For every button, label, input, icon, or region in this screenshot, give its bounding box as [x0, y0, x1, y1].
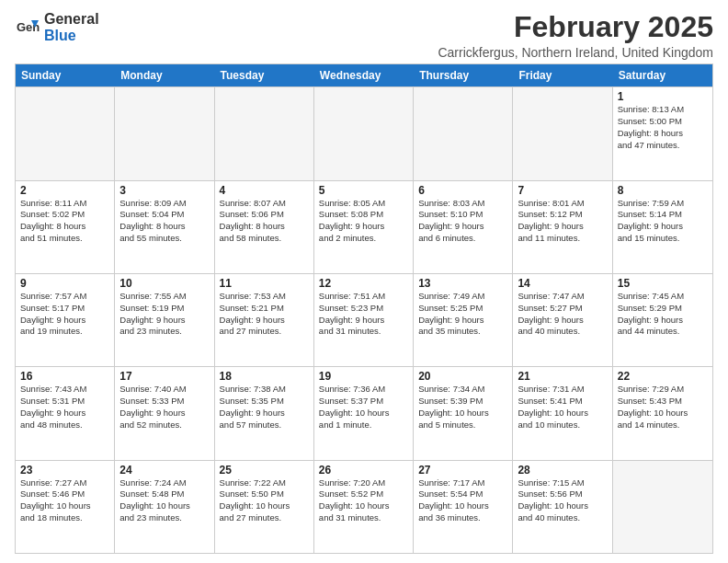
calendar-header: SundayMondayTuesdayWednesdayThursdayFrid…	[16, 64, 712, 86]
calendar-row-0: 1Sunrise: 8:13 AM Sunset: 5:00 PM Daylig…	[16, 86, 712, 179]
calendar-row-3: 16Sunrise: 7:43 AM Sunset: 5:31 PM Dayli…	[16, 366, 712, 459]
month-title: February 2025	[438, 11, 713, 43]
day-number: 3	[119, 184, 209, 197]
calendar-cell: 7Sunrise: 8:01 AM Sunset: 5:12 PM Daylig…	[513, 181, 612, 273]
logo-blue: Blue	[44, 28, 99, 44]
header-day-wednesday: Wednesday	[314, 64, 414, 86]
day-info: Sunrise: 7:47 AM Sunset: 5:27 PM Dayligh…	[518, 291, 607, 338]
day-info: Sunrise: 7:43 AM Sunset: 5:31 PM Dayligh…	[20, 384, 109, 431]
header-day-saturday: Saturday	[613, 64, 712, 86]
header-day-thursday: Thursday	[414, 64, 513, 86]
day-number: 7	[518, 184, 607, 197]
calendar: SundayMondayTuesdayWednesdayThursdayFrid…	[15, 63, 713, 554]
day-info: Sunrise: 7:57 AM Sunset: 5:17 PM Dayligh…	[20, 291, 109, 338]
calendar-cell	[414, 87, 513, 179]
day-info: Sunrise: 8:05 AM Sunset: 5:08 PM Dayligh…	[319, 198, 408, 245]
calendar-cell: 4Sunrise: 8:07 AM Sunset: 5:06 PM Daylig…	[215, 181, 314, 273]
title-block: February 2025 Carrickfergus, Northern Ir…	[438, 11, 713, 60]
day-number: 13	[418, 277, 507, 290]
calendar-cell: 21Sunrise: 7:31 AM Sunset: 5:41 PM Dayli…	[513, 367, 612, 459]
day-number: 16	[20, 370, 109, 383]
day-info: Sunrise: 7:59 AM Sunset: 5:14 PM Dayligh…	[618, 198, 708, 245]
calendar-cell	[513, 87, 612, 179]
day-info: Sunrise: 7:17 AM Sunset: 5:54 PM Dayligh…	[418, 477, 507, 524]
header-day-monday: Monday	[115, 64, 214, 86]
day-info: Sunrise: 7:45 AM Sunset: 5:29 PM Dayligh…	[618, 291, 708, 338]
day-info: Sunrise: 8:13 AM Sunset: 5:00 PM Dayligh…	[618, 104, 708, 151]
day-number: 11	[220, 277, 309, 290]
day-info: Sunrise: 8:07 AM Sunset: 5:06 PM Dayligh…	[220, 198, 309, 245]
day-number: 4	[220, 184, 309, 197]
day-number: 21	[518, 370, 607, 383]
calendar-cell	[314, 87, 414, 179]
day-number: 26	[319, 464, 408, 477]
calendar-cell: 26Sunrise: 7:20 AM Sunset: 5:52 PM Dayli…	[314, 461, 414, 553]
logo-general: General	[44, 11, 99, 28]
day-info: Sunrise: 7:49 AM Sunset: 5:25 PM Dayligh…	[418, 291, 507, 338]
day-number: 6	[418, 184, 507, 197]
logo-text: General Blue	[44, 11, 99, 43]
calendar-cell: 3Sunrise: 8:09 AM Sunset: 5:04 PM Daylig…	[115, 181, 214, 273]
day-number: 24	[119, 464, 209, 477]
day-info: Sunrise: 7:27 AM Sunset: 5:46 PM Dayligh…	[20, 477, 109, 524]
day-info: Sunrise: 7:53 AM Sunset: 5:21 PM Dayligh…	[220, 291, 309, 338]
day-number: 12	[319, 277, 408, 290]
day-number: 15	[618, 277, 708, 290]
calendar-cell	[215, 87, 314, 179]
day-info: Sunrise: 7:31 AM Sunset: 5:41 PM Dayligh…	[518, 384, 607, 431]
day-info: Sunrise: 7:20 AM Sunset: 5:52 PM Dayligh…	[319, 477, 408, 524]
day-number: 17	[119, 370, 209, 383]
day-info: Sunrise: 8:03 AM Sunset: 5:10 PM Dayligh…	[418, 198, 507, 245]
day-info: Sunrise: 8:09 AM Sunset: 5:04 PM Dayligh…	[119, 198, 209, 245]
calendar-cell: 5Sunrise: 8:05 AM Sunset: 5:08 PM Daylig…	[314, 181, 414, 273]
calendar-cell: 20Sunrise: 7:34 AM Sunset: 5:39 PM Dayli…	[414, 367, 513, 459]
day-number: 9	[20, 277, 109, 290]
calendar-cell: 18Sunrise: 7:38 AM Sunset: 5:35 PM Dayli…	[215, 367, 314, 459]
calendar-cell: 23Sunrise: 7:27 AM Sunset: 5:46 PM Dayli…	[16, 461, 115, 553]
page: Gen General Blue February 2025 Carrickfe…	[0, 0, 728, 563]
calendar-cell: 13Sunrise: 7:49 AM Sunset: 5:25 PM Dayli…	[414, 274, 513, 366]
calendar-cell: 6Sunrise: 8:03 AM Sunset: 5:10 PM Daylig…	[414, 181, 513, 273]
calendar-cell	[115, 87, 214, 179]
day-info: Sunrise: 7:51 AM Sunset: 5:23 PM Dayligh…	[319, 291, 408, 338]
calendar-cell: 15Sunrise: 7:45 AM Sunset: 5:29 PM Dayli…	[613, 274, 712, 366]
day-number: 20	[418, 370, 507, 383]
day-info: Sunrise: 7:15 AM Sunset: 5:56 PM Dayligh…	[518, 477, 607, 524]
calendar-cell: 10Sunrise: 7:55 AM Sunset: 5:19 PM Dayli…	[115, 274, 214, 366]
day-info: Sunrise: 8:11 AM Sunset: 5:02 PM Dayligh…	[20, 198, 109, 245]
day-number: 25	[220, 464, 309, 477]
day-number: 22	[618, 370, 708, 383]
day-number: 10	[119, 277, 209, 290]
header: Gen General Blue February 2025 Carrickfe…	[15, 11, 713, 60]
calendar-row-1: 2Sunrise: 8:11 AM Sunset: 5:02 PM Daylig…	[16, 180, 712, 273]
day-number: 28	[518, 464, 607, 477]
calendar-body: 1Sunrise: 8:13 AM Sunset: 5:00 PM Daylig…	[16, 86, 712, 553]
day-info: Sunrise: 7:55 AM Sunset: 5:19 PM Dayligh…	[119, 291, 209, 338]
header-day-sunday: Sunday	[16, 64, 115, 86]
calendar-cell	[613, 461, 712, 553]
calendar-cell: 1Sunrise: 8:13 AM Sunset: 5:00 PM Daylig…	[613, 87, 712, 179]
calendar-cell: 11Sunrise: 7:53 AM Sunset: 5:21 PM Dayli…	[215, 274, 314, 366]
header-day-friday: Friday	[513, 64, 612, 86]
calendar-cell: 25Sunrise: 7:22 AM Sunset: 5:50 PM Dayli…	[215, 461, 314, 553]
day-info: Sunrise: 7:24 AM Sunset: 5:48 PM Dayligh…	[119, 477, 209, 524]
calendar-cell: 28Sunrise: 7:15 AM Sunset: 5:56 PM Dayli…	[513, 461, 612, 553]
calendar-row-4: 23Sunrise: 7:27 AM Sunset: 5:46 PM Dayli…	[16, 460, 712, 553]
day-info: Sunrise: 8:01 AM Sunset: 5:12 PM Dayligh…	[518, 198, 607, 245]
calendar-cell	[16, 87, 115, 179]
day-number: 1	[618, 90, 708, 103]
calendar-cell: 19Sunrise: 7:36 AM Sunset: 5:37 PM Dayli…	[314, 367, 414, 459]
day-info: Sunrise: 7:29 AM Sunset: 5:43 PM Dayligh…	[618, 384, 708, 431]
day-info: Sunrise: 7:22 AM Sunset: 5:50 PM Dayligh…	[220, 477, 309, 524]
calendar-cell: 12Sunrise: 7:51 AM Sunset: 5:23 PM Dayli…	[314, 274, 414, 366]
day-number: 19	[319, 370, 408, 383]
day-info: Sunrise: 7:38 AM Sunset: 5:35 PM Dayligh…	[220, 384, 309, 431]
calendar-cell: 9Sunrise: 7:57 AM Sunset: 5:17 PM Daylig…	[16, 274, 115, 366]
calendar-cell: 2Sunrise: 8:11 AM Sunset: 5:02 PM Daylig…	[16, 181, 115, 273]
day-info: Sunrise: 7:34 AM Sunset: 5:39 PM Dayligh…	[418, 384, 507, 431]
calendar-cell: 8Sunrise: 7:59 AM Sunset: 5:14 PM Daylig…	[613, 181, 712, 273]
day-number: 14	[518, 277, 607, 290]
location: Carrickfergus, Northern Ireland, United …	[438, 45, 713, 60]
day-info: Sunrise: 7:40 AM Sunset: 5:33 PM Dayligh…	[119, 384, 209, 431]
calendar-cell: 14Sunrise: 7:47 AM Sunset: 5:27 PM Dayli…	[513, 274, 612, 366]
